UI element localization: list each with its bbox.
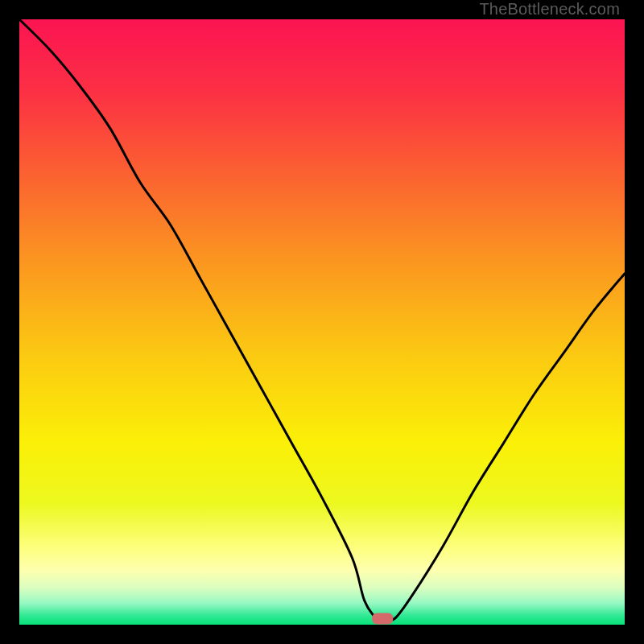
plot-area: [19, 19, 625, 625]
chart-frame: TheBottleneck.com: [0, 0, 644, 644]
svg-rect-1: [372, 613, 393, 624]
watermark-text: TheBottleneck.com: [479, 0, 620, 19]
svg-rect-0: [19, 19, 625, 625]
bottleneck-chart: [19, 19, 625, 625]
